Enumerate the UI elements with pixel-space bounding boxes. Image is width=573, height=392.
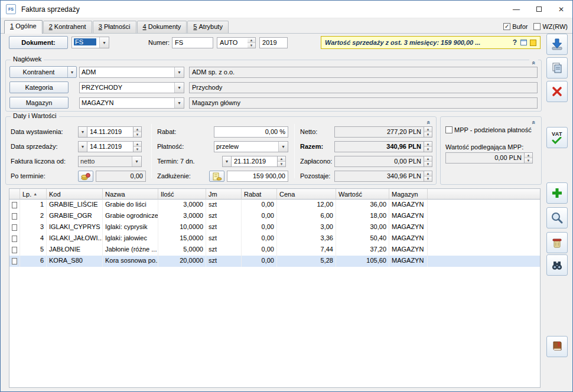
calendar-dropdown-icon[interactable]: ▾ [78, 141, 87, 152]
kontrahent-button[interactable]: Kontrahent ▾ [9, 66, 77, 78]
termin-date-field[interactable]: 21.11.2019 [232, 156, 278, 167]
data-sprzedazy-field[interactable]: 14.11.2019 [87, 141, 134, 152]
col-header-jm[interactable]: Jm [206, 189, 242, 200]
row-checkbox[interactable] [12, 236, 17, 242]
numer-year-field[interactable]: 2019 [259, 37, 288, 48]
cancel-button[interactable] [546, 81, 568, 102]
bufor-checkbox[interactable]: ✓ Bufor [503, 23, 528, 30]
tab-ogolne[interactable]: 1 Ogólne [4, 20, 43, 34]
pozostaje-spinner[interactable]: ▲ ▼ [424, 171, 432, 182]
spinner-up-icon[interactable]: ▲ [424, 171, 432, 176]
col-header-magazyn[interactable]: Magazyn [389, 189, 428, 200]
col-header-wartosc[interactable]: Wartość [336, 189, 389, 200]
chevron-down-icon[interactable]: ▾ [67, 67, 76, 77]
zaplacono-spinner[interactable]: ▲ ▼ [424, 156, 432, 167]
tab-kontrahent[interactable]: 2 Kontrahent [43, 21, 92, 33]
data-wystawienia-field[interactable]: 14.11.2019 [87, 126, 134, 138]
col-header-rabat[interactable]: Rabat [242, 189, 277, 200]
naglowek-collapse-button[interactable]: « [529, 58, 538, 67]
numer-prefix-field[interactable]: FS [172, 37, 213, 48]
po-terminie-button[interactable] [78, 171, 93, 182]
documents-button[interactable] [546, 336, 568, 357]
col-header-kod[interactable]: Kod [47, 189, 103, 200]
col-header-lp[interactable]: Lp.▲ [20, 189, 47, 200]
spinner-down-icon[interactable]: ▼ [424, 176, 432, 181]
minimize-button[interactable]: — [505, 1, 528, 18]
add-button[interactable] [546, 182, 568, 204]
tab-atrybuty[interactable]: 5 Atrybuty [187, 21, 229, 33]
spinner-down-icon[interactable]: ▼ [278, 161, 285, 166]
table-row[interactable]: 6 KORA_S80 Kora sosnowa po... 20,0000 sz… [9, 256, 540, 267]
tab-dokumenty[interactable]: 4 Dokumenty [137, 21, 187, 33]
numer-auto-spinner[interactable]: ▲ ▼ [248, 37, 256, 48]
magazyn-button[interactable]: Magazyn [9, 97, 69, 109]
spinner-down-icon[interactable]: ▼ [424, 132, 432, 137]
dokument-button[interactable]: Dokument: [9, 36, 68, 49]
spinner-down-icon[interactable]: ▼ [248, 43, 255, 48]
kategoria-button[interactable]: Kategoria [9, 81, 69, 93]
find-button[interactable] [546, 254, 568, 276]
zadluzenie-button[interactable] [209, 171, 224, 182]
save-all-button[interactable] [546, 57, 568, 79]
save-button[interactable] [546, 34, 568, 55]
faktura-liczona-combo[interactable]: netto ▾ [78, 156, 142, 167]
daty-collapse-button[interactable]: « [424, 118, 433, 126]
mpp-spinner[interactable]: ▲ ▼ [525, 152, 533, 164]
spinner-up-icon[interactable]: ▲ [134, 127, 141, 132]
chevron-down-icon[interactable]: ▾ [99, 37, 109, 48]
data-wystawienia-spinner[interactable]: ▲ ▼ [134, 126, 142, 138]
mpp-checkbox[interactable]: MPP - podzielona płatność [445, 126, 532, 133]
help-icon[interactable]: ? [513, 38, 517, 47]
row-checkbox[interactable] [12, 247, 17, 253]
mpp-collapse-button[interactable]: « [529, 118, 538, 126]
detach-window-icon[interactable] [520, 40, 527, 45]
col-header-cena[interactable]: Cena [277, 189, 336, 200]
table-row[interactable]: 5 JABŁONIE Jabłonie (różne ... 5,0000 sz… [9, 244, 540, 256]
spinner-down-icon[interactable]: ▼ [134, 146, 141, 152]
maximize-button[interactable] [528, 1, 550, 18]
close-button[interactable]: ✕ [550, 1, 572, 18]
edit-button[interactable] [546, 207, 568, 228]
spinner-up-icon[interactable]: ▲ [134, 142, 141, 146]
chevron-down-icon[interactable]: ▾ [174, 67, 184, 77]
row-checkbox[interactable] [12, 224, 17, 231]
razem-spinner[interactable]: ▲ ▼ [424, 141, 432, 152]
spinner-up-icon[interactable]: ▲ [424, 156, 432, 161]
delete-button[interactable] [546, 232, 568, 253]
chevron-down-icon[interactable]: ▾ [174, 98, 184, 108]
col-header-nazwa[interactable]: Nazwa [103, 189, 158, 200]
data-sprzedazy-spinner[interactable]: ▲ ▼ [134, 141, 142, 152]
tab-platnosci[interactable]: 3 Płatności [93, 21, 136, 33]
calendar-dropdown-icon[interactable]: ▾ [78, 126, 87, 138]
wz-checkbox[interactable]: WZ(RW) [533, 23, 568, 30]
spinner-down-icon[interactable]: ▼ [134, 132, 141, 137]
chevron-down-icon[interactable]: ▾ [174, 83, 184, 93]
table-row[interactable]: 2 GRABIE_OGR Grabie ogrodnicze 3,0000 sz… [9, 211, 540, 222]
col-header-ilosc[interactable]: Ilość [158, 189, 206, 200]
pin-note-icon[interactable] [530, 40, 536, 46]
document-schema-combo[interactable]: FS ▾ [71, 37, 109, 48]
platnosc-combo[interactable]: przelew ▾ [214, 141, 288, 152]
spinner-down-icon[interactable]: ▼ [525, 158, 532, 163]
chevron-down-icon[interactable]: ▾ [132, 156, 141, 166]
spinner-up-icon[interactable]: ▲ [278, 156, 285, 161]
spinner-up-icon[interactable]: ▲ [424, 142, 432, 146]
table-row[interactable]: 3 IGLAKI_CYPRYS Iglaki: cyprysik 10,0000… [9, 222, 540, 233]
table-row[interactable]: 4 IGLAKI_JAŁOWI... Iglaki: jałowiec 15,0… [9, 233, 540, 244]
chevron-down-icon[interactable]: ▾ [278, 142, 288, 152]
calendar-dropdown-icon[interactable]: ▾ [222, 156, 232, 167]
kontrahent-code-combo[interactable]: ADM ▾ [79, 67, 184, 78]
spinner-up-icon[interactable]: ▲ [248, 38, 255, 43]
spinner-up-icon[interactable]: ▲ [525, 153, 532, 158]
numer-auto-field[interactable]: AUTO [217, 37, 248, 48]
netto-spinner[interactable]: ▲ ▼ [424, 126, 432, 138]
spinner-down-icon[interactable]: ▼ [424, 146, 432, 152]
row-checkbox[interactable] [12, 213, 17, 220]
row-checkbox[interactable] [12, 202, 17, 208]
spinner-up-icon[interactable]: ▲ [424, 127, 432, 132]
vat-button[interactable]: VAT [546, 127, 568, 148]
table-row[interactable]: 1 GRABIE_LIŚCIE Grabie do liści 3,0000 s… [9, 200, 540, 211]
row-checkbox[interactable] [12, 258, 17, 264]
kategoria-code-combo[interactable]: PRZYCHODY ▾ [79, 82, 184, 93]
rabat-field[interactable]: 0,00 % [214, 126, 288, 138]
